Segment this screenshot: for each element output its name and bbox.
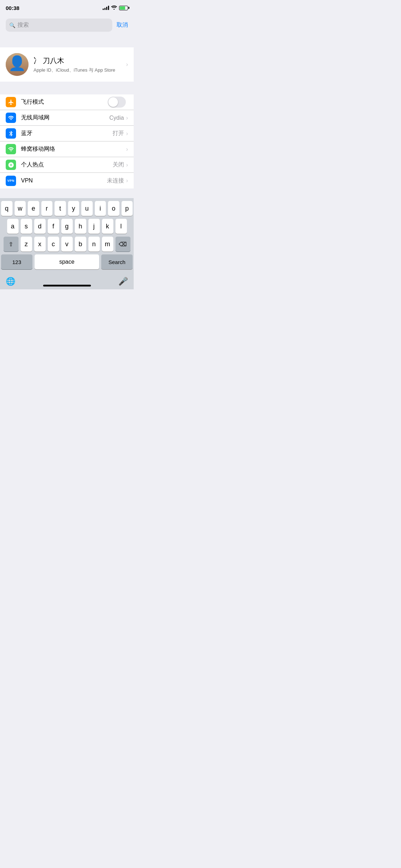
key-j[interactable]: j — [88, 219, 100, 234]
key-b[interactable]: b — [75, 237, 86, 252]
emoji-key[interactable]: 🌐 — [6, 277, 15, 286]
keyboard-bottom-bar: 🌐 🎤 — [0, 274, 134, 289]
key-g[interactable]: g — [61, 219, 73, 234]
key-a[interactable]: a — [7, 219, 19, 234]
keyboard-rows: q w e r t y u i o p a s d f g h j k l ⇧ … — [0, 198, 134, 274]
bluetooth-icon — [6, 128, 16, 139]
key-h[interactable]: h — [75, 219, 86, 234]
key-v[interactable]: v — [61, 237, 73, 252]
key-t[interactable]: t — [55, 201, 66, 216]
settings-row-airplane[interactable]: 飞行模式 — [0, 94, 134, 110]
settings-row-hotspot[interactable]: 个人热点 关闭 › — [0, 157, 134, 173]
key-p[interactable]: p — [122, 201, 133, 216]
search-input-wrapper[interactable]: 🔍 搜索 — [6, 19, 112, 32]
cancel-button[interactable]: 取消 — [117, 21, 128, 29]
profile-subtitle: Apple ID、iCloud、iTunes 与 App Store — [34, 67, 121, 73]
key-f[interactable]: f — [48, 219, 59, 234]
signal-icon — [103, 6, 109, 10]
profile-chevron-icon: › — [126, 61, 128, 68]
keyboard-row-2: a s d f g h j k l — [1, 219, 133, 234]
keyboard-row-4: 123 space Search — [1, 254, 133, 269]
hotspot-icon — [6, 160, 16, 170]
vpn-badge: VPN — [6, 179, 15, 183]
bluetooth-chevron-icon: › — [126, 130, 128, 137]
key-e[interactable]: e — [28, 201, 39, 216]
key-s[interactable]: s — [21, 219, 32, 234]
status-time: 00:38 — [6, 5, 19, 11]
key-u[interactable]: u — [81, 201, 93, 216]
key-q[interactable]: q — [1, 201, 12, 216]
numeric-key[interactable]: 123 — [1, 254, 32, 269]
vpn-label: VPN — [21, 177, 107, 184]
key-z[interactable]: z — [21, 237, 32, 252]
status-icons — [103, 5, 128, 11]
airplane-mode-icon — [6, 97, 16, 107]
key-w[interactable]: w — [15, 201, 26, 216]
profile-name-prefix: 冫 — [34, 57, 41, 64]
search-placeholder: 搜索 — [17, 21, 29, 29]
cellular-label: 蜂窝移动网络 — [21, 145, 126, 153]
search-glass-icon: 🔍 — [9, 22, 15, 28]
keyboard-row-3: ⇧ z x c v b n m ⌫ — [1, 237, 133, 252]
vpn-chevron-icon: › — [126, 177, 128, 184]
profile-info: 冫 刀八木 Apple ID、iCloud、iTunes 与 App Store — [34, 56, 121, 73]
wifi-label: 无线局域网 — [21, 114, 109, 122]
wifi-value: Cydia — [109, 115, 124, 121]
key-c[interactable]: c — [48, 237, 59, 252]
key-d[interactable]: d — [34, 219, 46, 234]
vpn-icon: VPN — [6, 176, 16, 186]
key-l[interactable]: l — [115, 219, 127, 234]
wifi-chevron-icon: › — [126, 115, 128, 121]
shift-key[interactable]: ⇧ — [4, 237, 19, 252]
airplane-mode-label: 飞行模式 — [21, 98, 108, 106]
search-key[interactable]: Search — [101, 254, 133, 269]
status-bar: 00:38 — [0, 0, 134, 16]
search-bar-container: 🔍 搜索 取消 — [0, 16, 134, 35]
key-m[interactable]: m — [102, 237, 113, 252]
hotspot-label: 个人热点 — [21, 161, 113, 169]
profile-section[interactable]: 冫 刀八木 Apple ID、iCloud、iTunes 与 App Store… — [0, 47, 134, 82]
backspace-key[interactable]: ⌫ — [115, 237, 130, 252]
space-key[interactable]: space — [35, 254, 99, 269]
keyboard-row-1: q w e r t y u i o p — [1, 201, 133, 216]
avatar — [6, 53, 29, 76]
hotspot-chevron-icon: › — [126, 162, 128, 168]
wifi-icon — [6, 113, 16, 123]
key-n[interactable]: n — [88, 237, 100, 252]
section-gap-1 — [0, 35, 134, 47]
profile-name: 冫 刀八木 — [34, 56, 121, 66]
microphone-key[interactable]: 🎤 — [118, 277, 128, 286]
profile-name-text: 刀八木 — [43, 57, 64, 64]
settings-row-bluetooth[interactable]: 蓝牙 打开 › — [0, 126, 134, 141]
wifi-status-icon — [111, 5, 117, 11]
key-i[interactable]: i — [95, 201, 106, 216]
bluetooth-label: 蓝牙 — [21, 130, 113, 137]
key-k[interactable]: k — [102, 219, 113, 234]
battery-icon — [119, 6, 128, 10]
cellular-chevron-icon: › — [126, 146, 128, 153]
key-x[interactable]: x — [34, 237, 46, 252]
hotspot-value: 关闭 — [113, 161, 124, 169]
key-y[interactable]: y — [68, 201, 79, 216]
settings-row-wifi[interactable]: 无线局域网 Cydia › — [0, 110, 134, 126]
settings-row-vpn[interactable]: VPN VPN 未连接 › — [0, 173, 134, 188]
keyboard: q w e r t y u i o p a s d f g h j k l ⇧ … — [0, 198, 134, 289]
settings-section: 飞行模式 无线局域网 Cydia › 蓝牙 打开 › — [0, 94, 134, 188]
settings-row-cellular[interactable]: 蜂窝移动网络 › — [0, 141, 134, 157]
key-o[interactable]: o — [108, 201, 119, 216]
vpn-value: 未连接 — [107, 177, 124, 185]
home-indicator — [43, 285, 91, 286]
avatar-image — [6, 53, 29, 76]
airplane-mode-toggle[interactable] — [108, 97, 126, 108]
cellular-icon — [6, 144, 16, 154]
key-r[interactable]: r — [41, 201, 53, 216]
bluetooth-value: 打开 — [113, 130, 124, 137]
